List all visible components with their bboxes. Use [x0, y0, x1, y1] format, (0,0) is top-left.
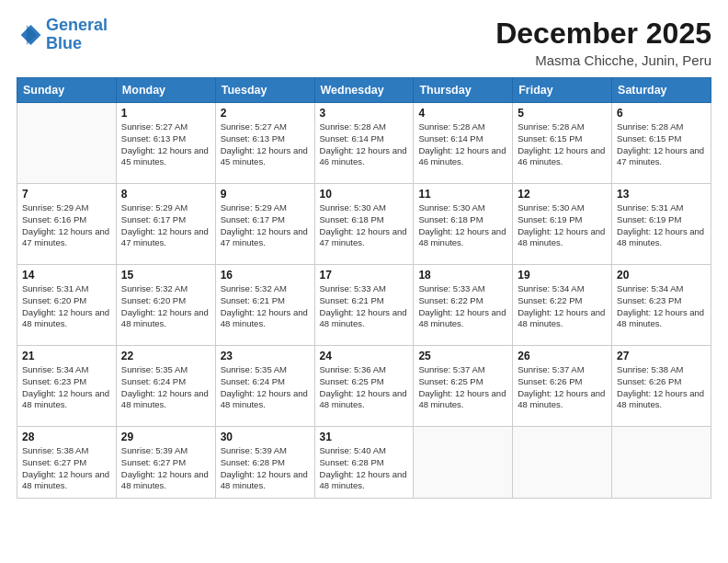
- logo-text: General Blue: [46, 17, 108, 53]
- date-number: 28: [22, 431, 111, 443]
- day-header-friday: Friday: [513, 78, 612, 103]
- calendar-cell: 16Sunrise: 5:32 AMSunset: 6:21 PMDayligh…: [215, 265, 314, 346]
- calendar-cell: 17Sunrise: 5:33 AMSunset: 6:21 PMDayligh…: [314, 265, 414, 346]
- date-number: 27: [617, 350, 706, 362]
- date-number: 30: [221, 431, 310, 443]
- calendar-cell: 12Sunrise: 5:30 AMSunset: 6:19 PMDayligh…: [513, 184, 612, 265]
- date-number: 5: [518, 107, 607, 120]
- calendar-body: 1Sunrise: 5:27 AMSunset: 6:13 PMDaylight…: [17, 103, 711, 499]
- date-number: 4: [418, 107, 507, 120]
- cell-info: Sunrise: 5:36 AMSunset: 6:25 PMDaylight:…: [320, 364, 409, 411]
- logo-icon: [17, 22, 42, 48]
- cell-info: Sunrise: 5:27 AMSunset: 6:13 PMDaylight:…: [121, 121, 210, 168]
- page: General Blue December 2025 Masma Chicche…: [0, 0, 728, 563]
- day-header-wednesday: Wednesday: [314, 78, 414, 103]
- cell-info: Sunrise: 5:35 AMSunset: 6:24 PMDaylight:…: [121, 364, 210, 411]
- cell-info: Sunrise: 5:39 AMSunset: 6:27 PMDaylight:…: [121, 445, 210, 492]
- calendar-cell: 7Sunrise: 5:29 AMSunset: 6:16 PMDaylight…: [17, 184, 117, 265]
- title-area: December 2025 Masma Chicche, Junin, Peru: [495, 17, 711, 68]
- date-number: 16: [221, 269, 310, 282]
- date-number: 7: [22, 188, 111, 201]
- date-number: 21: [22, 350, 111, 362]
- date-number: 22: [121, 350, 210, 362]
- cell-info: Sunrise: 5:39 AMSunset: 6:28 PMDaylight:…: [221, 445, 310, 492]
- week-row-3: 14Sunrise: 5:31 AMSunset: 6:20 PMDayligh…: [17, 265, 711, 346]
- calendar-cell: 1Sunrise: 5:27 AMSunset: 6:13 PMDaylight…: [116, 103, 215, 184]
- cell-info: Sunrise: 5:28 AMSunset: 6:15 PMDaylight:…: [518, 121, 607, 168]
- cell-info: Sunrise: 5:30 AMSunset: 6:18 PMDaylight:…: [418, 202, 507, 249]
- cell-info: Sunrise: 5:30 AMSunset: 6:18 PMDaylight:…: [320, 202, 409, 249]
- calendar-cell: 19Sunrise: 5:34 AMSunset: 6:22 PMDayligh…: [513, 265, 612, 346]
- cell-info: Sunrise: 5:32 AMSunset: 6:21 PMDaylight:…: [221, 283, 310, 330]
- date-number: 14: [22, 269, 111, 282]
- date-number: 9: [221, 188, 310, 201]
- date-number: 25: [418, 350, 507, 362]
- calendar-cell: [17, 103, 117, 184]
- cell-info: Sunrise: 5:34 AMSunset: 6:23 PMDaylight:…: [617, 283, 706, 330]
- date-number: 10: [320, 188, 409, 201]
- week-row-1: 1Sunrise: 5:27 AMSunset: 6:13 PMDaylight…: [17, 103, 711, 184]
- date-number: 31: [320, 431, 409, 443]
- cell-info: Sunrise: 5:34 AMSunset: 6:22 PMDaylight:…: [518, 283, 607, 330]
- calendar-cell: 21Sunrise: 5:34 AMSunset: 6:23 PMDayligh…: [17, 346, 117, 427]
- date-number: 29: [121, 431, 210, 443]
- day-header-thursday: Thursday: [414, 78, 513, 103]
- calendar-cell: 29Sunrise: 5:39 AMSunset: 6:27 PMDayligh…: [116, 427, 215, 499]
- date-number: 1: [121, 107, 210, 120]
- cell-info: Sunrise: 5:37 AMSunset: 6:25 PMDaylight:…: [418, 364, 507, 411]
- calendar-cell: 23Sunrise: 5:35 AMSunset: 6:24 PMDayligh…: [215, 346, 314, 427]
- calendar-cell: 25Sunrise: 5:37 AMSunset: 6:25 PMDayligh…: [414, 346, 513, 427]
- date-number: 24: [320, 350, 409, 362]
- cell-info: Sunrise: 5:38 AMSunset: 6:27 PMDaylight:…: [22, 445, 111, 492]
- week-row-4: 21Sunrise: 5:34 AMSunset: 6:23 PMDayligh…: [17, 346, 711, 427]
- calendar-cell: 9Sunrise: 5:29 AMSunset: 6:17 PMDaylight…: [215, 184, 314, 265]
- date-number: 6: [617, 107, 706, 120]
- calendar-cell: 26Sunrise: 5:37 AMSunset: 6:26 PMDayligh…: [513, 346, 612, 427]
- cell-info: Sunrise: 5:29 AMSunset: 6:16 PMDaylight:…: [22, 202, 111, 249]
- header: General Blue December 2025 Masma Chicche…: [17, 17, 711, 68]
- calendar-cell: 13Sunrise: 5:31 AMSunset: 6:19 PMDayligh…: [612, 184, 711, 265]
- cell-info: Sunrise: 5:32 AMSunset: 6:20 PMDaylight:…: [121, 283, 210, 330]
- cell-info: Sunrise: 5:29 AMSunset: 6:17 PMDaylight:…: [121, 202, 210, 249]
- date-number: 20: [617, 269, 706, 282]
- date-number: 8: [121, 188, 210, 201]
- day-header-sunday: Sunday: [17, 78, 117, 103]
- date-number: 26: [518, 350, 607, 362]
- cell-info: Sunrise: 5:31 AMSunset: 6:19 PMDaylight:…: [617, 202, 706, 249]
- date-number: 3: [320, 107, 409, 120]
- calendar-cell: 22Sunrise: 5:35 AMSunset: 6:24 PMDayligh…: [116, 346, 215, 427]
- calendar-cell: 5Sunrise: 5:28 AMSunset: 6:15 PMDaylight…: [513, 103, 612, 184]
- calendar-cell: 14Sunrise: 5:31 AMSunset: 6:20 PMDayligh…: [17, 265, 117, 346]
- calendar-cell: 20Sunrise: 5:34 AMSunset: 6:23 PMDayligh…: [612, 265, 711, 346]
- calendar-cell: 3Sunrise: 5:28 AMSunset: 6:14 PMDaylight…: [314, 103, 414, 184]
- cell-info: Sunrise: 5:35 AMSunset: 6:24 PMDaylight:…: [221, 364, 310, 411]
- calendar-cell: 27Sunrise: 5:38 AMSunset: 6:26 PMDayligh…: [612, 346, 711, 427]
- calendar-cell: 4Sunrise: 5:28 AMSunset: 6:14 PMDaylight…: [414, 103, 513, 184]
- date-number: 12: [518, 188, 607, 201]
- calendar-cell: 31Sunrise: 5:40 AMSunset: 6:28 PMDayligh…: [314, 427, 414, 499]
- day-header-tuesday: Tuesday: [215, 78, 314, 103]
- cell-info: Sunrise: 5:34 AMSunset: 6:23 PMDaylight:…: [22, 364, 111, 411]
- date-number: 17: [320, 269, 409, 282]
- calendar-table: SundayMondayTuesdayWednesdayThursdayFrid…: [17, 77, 711, 499]
- cell-info: Sunrise: 5:40 AMSunset: 6:28 PMDaylight:…: [320, 445, 409, 492]
- calendar-cell: 2Sunrise: 5:27 AMSunset: 6:13 PMDaylight…: [215, 103, 314, 184]
- cell-info: Sunrise: 5:33 AMSunset: 6:22 PMDaylight:…: [418, 283, 507, 330]
- calendar-cell: 15Sunrise: 5:32 AMSunset: 6:20 PMDayligh…: [116, 265, 215, 346]
- date-number: 2: [221, 107, 310, 120]
- calendar-cell: 18Sunrise: 5:33 AMSunset: 6:22 PMDayligh…: [414, 265, 513, 346]
- logo-line2: Blue: [46, 34, 82, 52]
- cell-info: Sunrise: 5:29 AMSunset: 6:17 PMDaylight:…: [221, 202, 310, 249]
- date-number: 13: [617, 188, 706, 201]
- calendar-cell: 11Sunrise: 5:30 AMSunset: 6:18 PMDayligh…: [414, 184, 513, 265]
- date-number: 23: [221, 350, 310, 362]
- calendar-cell: 8Sunrise: 5:29 AMSunset: 6:17 PMDaylight…: [116, 184, 215, 265]
- cell-info: Sunrise: 5:28 AMSunset: 6:14 PMDaylight:…: [320, 121, 409, 168]
- calendar-cell: 6Sunrise: 5:28 AMSunset: 6:15 PMDaylight…: [612, 103, 711, 184]
- date-number: 11: [418, 188, 507, 201]
- logo: General Blue: [17, 17, 108, 53]
- week-row-5: 28Sunrise: 5:38 AMSunset: 6:27 PMDayligh…: [17, 427, 711, 499]
- calendar-cell: [414, 427, 513, 499]
- cell-info: Sunrise: 5:28 AMSunset: 6:14 PMDaylight:…: [418, 121, 507, 168]
- cell-info: Sunrise: 5:28 AMSunset: 6:15 PMDaylight:…: [617, 121, 706, 168]
